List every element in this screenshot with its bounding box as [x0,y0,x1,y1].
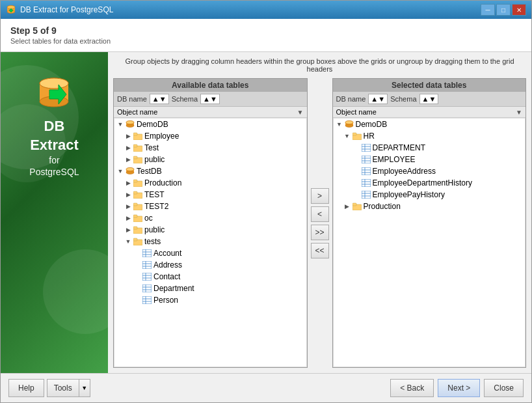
tree-label: Account [153,249,181,258]
tree-label: DemoDB [137,120,168,129]
tree-item[interactable]: ▼ DemoDB [334,118,525,130]
selected-scroll-arrow: ▼ [516,109,522,116]
back-button[interactable]: < Back [390,379,434,397]
instruction-text: Group objects by dragging column headers… [113,57,526,73]
expand-icon [352,190,361,199]
selected-db-sort[interactable]: ▲ ▼ [368,94,388,104]
tree-item[interactable]: EmployeePayHistory [334,189,525,201]
tree-item[interactable]: ▶ oc [114,212,306,224]
svg-point-12 [126,121,134,124]
schema-sort-desc-icon: ▼ [210,95,217,103]
folder-icon [133,131,143,141]
tree-label: Person [153,296,178,305]
folder-icon [133,213,143,223]
folder-open-icon [133,236,143,247]
available-tree[interactable]: ▼ DemoDB ▶ Employee [114,118,307,367]
folder-icon [133,143,143,153]
sidebar-text: DB Extract for PostgreSQL [29,117,79,178]
tree-item[interactable]: EmployeeDepartmentHistory [334,177,525,189]
svg-rect-28 [133,203,137,206]
svg-rect-34 [133,238,137,241]
sidebar-db-label: DB [29,117,79,136]
folder-icon [133,201,143,212]
available-schema-label: Schema [172,95,198,103]
table-icon [361,143,371,153]
tree-item[interactable]: ▶ Production [114,177,306,189]
db-icon [125,166,135,176]
tree-item[interactable]: ▶ Test [114,142,306,154]
tools-button-group: Tools ▼ [47,379,90,397]
sort-asc-icon: ▲ [371,95,378,103]
tree-item[interactable]: EmployeeAddress [334,165,525,177]
table-icon [142,271,152,282]
available-db-sort[interactable]: ▲ ▼ [150,94,169,104]
tree-item[interactable]: Person [114,294,306,306]
titlebar-controls: ─ □ ✕ [481,4,526,16]
tree-item[interactable]: ▶ TEST [114,189,306,201]
tools-main-button[interactable]: Tools [47,379,79,397]
move-all-right-button[interactable]: >> [311,225,329,240]
step-header: Step 5 of 9 Select tables for data extra… [1,19,531,52]
tree-item[interactable]: ▼ DemoDB [114,118,306,130]
move-left-button[interactable]: < [311,206,329,222]
move-right-button[interactable]: > [311,188,329,204]
svg-rect-24 [133,180,137,182]
selected-panel-title: Selected data tables [333,79,526,92]
transfer-buttons: > < >> << [308,78,332,368]
help-button[interactable]: Help [8,379,44,397]
expand-icon [352,167,361,176]
close-button[interactable]: Close [484,379,524,397]
expand-icon: ▶ [124,155,133,164]
tree-item[interactable]: ▶ Production [334,201,525,212]
tree-item[interactable]: ▶ public [114,224,306,236]
svg-rect-26 [133,191,137,194]
tree-label: TEST [144,190,165,199]
selected-schema-sort[interactable]: ▲ ▼ [419,94,439,104]
window-title: DB Extract for PostgreSQL [20,5,113,14]
svg-rect-51 [142,296,152,304]
tools-dropdown-button[interactable]: ▼ [79,379,90,397]
move-all-left-button[interactable]: << [311,243,329,258]
tree-item[interactable]: ▶ Employee [114,130,306,142]
titlebar-left: DB Extract for PostgreSQL [6,5,113,15]
svg-point-57 [345,124,353,128]
tree-item[interactable]: Department [114,283,306,294]
selected-db-label: DB name [336,95,366,103]
table-icon [142,260,152,270]
selected-panel: Selected data tables DB name ▲ ▼ Schema … [332,78,527,368]
tree-label: HR [364,132,375,141]
tree-item[interactable]: Account [114,247,306,259]
schema-sort-asc-icon: ▲ [422,95,429,103]
minimize-button[interactable]: ─ [481,4,495,16]
tree-label: TEST2 [144,202,168,211]
available-panel: Available data tables DB name ▲ ▼ Schema… [113,78,308,368]
tree-item[interactable]: ▼ tests [114,236,306,247]
tree-item[interactable]: ▶ TEST2 [114,201,306,212]
available-filter-bar: DB name ▲ ▼ Schema ▲ ▼ [114,92,307,107]
tree-label: DemoDB [356,120,388,129]
selected-object-header: Object name ▼ [333,107,526,118]
close-window-button[interactable]: ✕ [512,4,526,16]
tree-item[interactable]: Address [114,259,306,271]
selected-filter-bar: DB name ▲ ▼ Schema ▲ ▼ [333,92,526,107]
bottom-left-buttons: Help Tools ▼ [8,379,90,397]
tree-label: DEPARTMENT [373,143,426,152]
main-window: DB Extract for PostgreSQL ─ □ ✕ Step 5 o… [0,0,532,403]
expand-icon: ▶ [124,202,133,211]
folder-open-icon [352,131,362,141]
folder-icon [133,154,143,165]
selected-tree[interactable]: ▼ DemoDB ▼ HR [333,118,526,367]
tree-item[interactable]: ▶ public [114,154,306,165]
svg-rect-16 [133,145,137,147]
tree-item[interactable]: ▼ TestDB [114,165,306,177]
tree-label: TestDB [137,167,162,176]
tree-item[interactable]: ▼ HR [334,130,525,142]
expand-icon [352,178,361,188]
tree-item[interactable]: DEPARTMENT [334,142,525,154]
next-button[interactable]: Next > [438,379,480,397]
available-schema-sort[interactable]: ▲ ▼ [200,94,220,104]
maximize-button[interactable]: □ [496,4,511,16]
tree-item[interactable]: EMPLOYEE [334,154,525,165]
tree-item[interactable]: Contact [114,271,306,283]
tree-label: Production [364,202,401,211]
